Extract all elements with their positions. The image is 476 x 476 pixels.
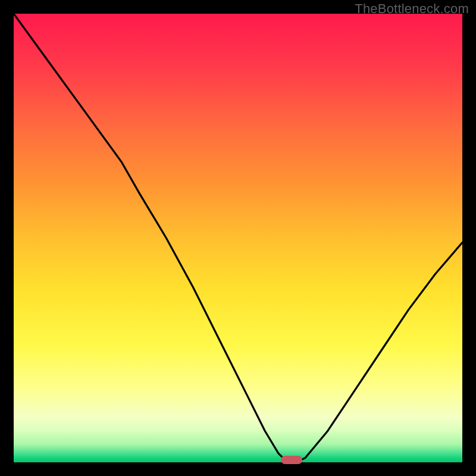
optimal-marker xyxy=(281,456,302,464)
chart-frame: TheBottleneck.com xyxy=(0,0,476,476)
bottleneck-curve xyxy=(14,14,462,462)
watermark-text: TheBottleneck.com xyxy=(355,1,469,17)
plot-area xyxy=(14,14,462,462)
curve-line xyxy=(14,14,462,460)
